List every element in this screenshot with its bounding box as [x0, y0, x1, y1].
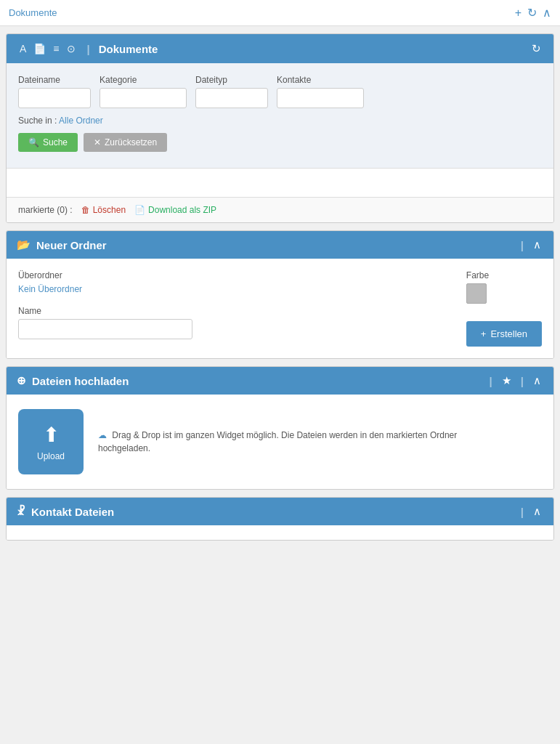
cloud-icon: ☁ [98, 430, 107, 440]
kein-ueberordner-link[interactable]: Kein Überordner [18, 284, 82, 294]
kontakte-input[interactable] [277, 88, 364, 108]
search-icon: 🔍 [28, 137, 39, 147]
ordner-name-input[interactable] [18, 319, 192, 339]
neuer-ordner-collapse-btn[interactable]: ∧ [531, 238, 543, 251]
alle-ordner-link[interactable]: Alle Ordner [59, 116, 103, 126]
folder-icon: 📂 [17, 238, 31, 251]
filter-kontakte: Kontakte [277, 75, 364, 108]
dokumente-title: Dokumente [99, 43, 158, 55]
kategorie-label: Kategorie [100, 75, 187, 85]
dokumente-widget: A 📄 ≡ ⊙ | Dokumente ↻ Dateiname Kategori… [6, 33, 554, 223]
top-bar-title: Dokumente [9, 7, 57, 18]
ordner-body: Überordner Kein Überordner Name Farbe + … [7, 259, 553, 358]
farbe-label: Farbe [466, 270, 489, 280]
dateien-hochladen-header: ⊕ Dateien hochladen | ★ | ∧ [7, 367, 553, 395]
marked-label: markierte (0) : [18, 205, 73, 215]
kontakt-icon: ☧ [17, 505, 25, 518]
doc-icon-clock[interactable]: ⊙ [64, 41, 78, 56]
add-icon[interactable]: + [515, 7, 522, 20]
name-label: Name [18, 306, 437, 316]
kontakte-label: Kontakte [277, 75, 364, 85]
star-button[interactable]: ★ [500, 374, 514, 387]
dokumente-refresh-btn[interactable]: ↻ [529, 42, 543, 55]
kontakt-dateien-header-right: | ∧ [518, 505, 543, 518]
top-bar-icons: + ↻ ∧ [515, 6, 551, 20]
doc-icon-a[interactable]: A [17, 41, 29, 56]
refresh-icon[interactable]: ↻ [527, 6, 537, 20]
dateiname-label: Dateiname [18, 75, 91, 85]
dateityp-label: Dateityp [195, 75, 268, 85]
download-zip-link[interactable]: 📄 Download als ZIP [134, 205, 216, 215]
ordner-left: Überordner Kein Überordner Name [18, 270, 437, 347]
times-icon: ✕ [94, 137, 101, 147]
kontakt-body [7, 525, 553, 540]
plus-icon: + [481, 328, 487, 339]
dokumente-header-left: A 📄 ≡ ⊙ | Dokumente [17, 41, 158, 56]
upload-button[interactable]: ⬆ Upload [18, 409, 84, 474]
kontakt-collapse-btn[interactable]: ∧ [531, 505, 543, 518]
color-picker[interactable] [466, 283, 487, 304]
upload-header-icon: ⊕ [17, 374, 26, 387]
neuer-ordner-header-left: 📂 Neuer Ordner [17, 238, 107, 251]
dateien-hochladen-header-right: | ★ | ∧ [487, 374, 543, 387]
neuer-ordner-header-right: | ∧ [518, 238, 543, 251]
dateien-hochladen-widget: ⊕ Dateien hochladen | ★ | ∧ ⬆ Upload ☁ D… [6, 366, 554, 490]
ueberordner-label: Überordner [18, 270, 437, 280]
dokumente-body: Dateiname Kategorie Dateityp Kontakte Su… [7, 63, 553, 168]
collapse-icon[interactable]: ∧ [543, 6, 551, 20]
upload-arrow-icon: ⬆ [43, 423, 60, 447]
dateiname-input[interactable] [18, 88, 91, 108]
filter-kategorie: Kategorie [100, 75, 187, 108]
doc-icon-list[interactable]: ≡ [50, 41, 62, 56]
kontakt-dateien-header: ☧ Kontakt Dateien | ∧ [7, 498, 553, 525]
results-area [7, 168, 553, 197]
filter-dateiname: Dateiname [18, 75, 91, 108]
delete-link[interactable]: 🗑 Löschen [81, 205, 126, 215]
kontakt-dateien-header-left: ☧ Kontakt Dateien [17, 505, 114, 518]
suche-in: Suche in : Alle Ordner [18, 116, 542, 126]
kontakt-dateien-widget: ☧ Kontakt Dateien | ∧ [6, 497, 554, 541]
neuer-ordner-header: 📂 Neuer Ordner | ∧ [7, 231, 553, 259]
dateien-collapse-btn[interactable]: ∧ [531, 374, 543, 387]
dokumente-header-right: ↻ [529, 42, 543, 55]
doc-icon-file[interactable]: 📄 [31, 41, 49, 56]
kontakt-dateien-title: Kontakt Dateien [31, 506, 114, 518]
filter-row: Dateiname Kategorie Dateityp Kontakte [18, 75, 542, 108]
dateityp-input[interactable] [195, 88, 268, 108]
doc-header-icons: A 📄 ≡ ⊙ [17, 41, 78, 56]
upload-body: ⬆ Upload ☁ Drag & Drop ist im ganzen Wid… [7, 395, 553, 489]
top-bar: Dokumente + ↻ ∧ [0, 0, 560, 26]
kategorie-input[interactable] [100, 88, 187, 108]
ordner-grid: Überordner Kein Überordner Name Farbe + … [18, 270, 542, 347]
filter-dateityp: Dateityp [195, 75, 268, 108]
erstellen-button[interactable]: + Erstellen [466, 321, 542, 347]
ordner-right: Farbe + Erstellen [466, 270, 542, 347]
btn-row: 🔍 Suche ✕ Zurücksetzen [18, 133, 542, 152]
marked-bar: markierte (0) : 🗑 Löschen 📄 Download als… [7, 197, 553, 222]
dateien-hochladen-title: Dateien hochladen [32, 375, 129, 387]
trash-icon: 🗑 [81, 205, 90, 215]
neuer-ordner-title: Neuer Ordner [36, 239, 107, 251]
dateien-hochladen-header-left: ⊕ Dateien hochladen [17, 374, 129, 387]
download-icon: 📄 [134, 205, 145, 215]
dokumente-header: A 📄 ≡ ⊙ | Dokumente ↻ [7, 34, 553, 63]
search-button[interactable]: 🔍 Suche [18, 133, 78, 152]
neuer-ordner-widget: 📂 Neuer Ordner | ∧ Überordner Kein Übero… [6, 230, 554, 359]
upload-description: ☁ Drag & Drop ist im ganzen Widget mögli… [98, 429, 461, 455]
reset-button[interactable]: ✕ Zurücksetzen [84, 133, 167, 152]
